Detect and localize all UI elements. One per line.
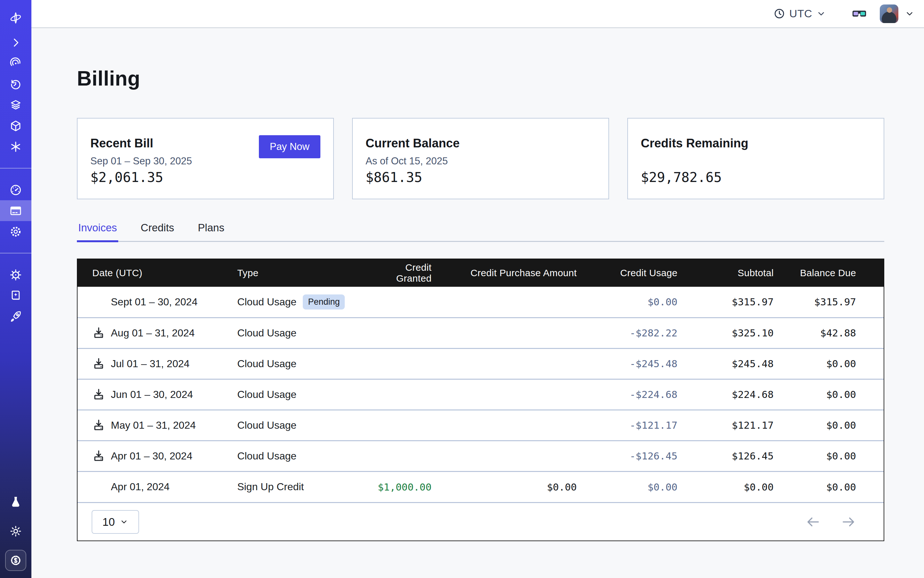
invoice-date: Jul 01 – 31, 2024 xyxy=(111,358,190,370)
page-size-value: 10 xyxy=(102,516,115,528)
page-title: Billing xyxy=(77,67,884,90)
credit-granted-value: $1,000.00 xyxy=(378,481,432,493)
sidebar-item-billing[interactable] xyxy=(0,200,31,221)
download-invoice-button[interactable] xyxy=(92,419,105,432)
credit-purchase-value xyxy=(439,379,585,410)
subtotal-value: $0.00 xyxy=(685,471,781,502)
sidebar-item-history[interactable] xyxy=(0,74,31,94)
sidebar-item-settings[interactable] xyxy=(0,221,31,242)
current-balance-card: Current Balance As of Oct 15, 2025 $861.… xyxy=(352,118,609,199)
credit-usage-value: -$245.48 xyxy=(630,358,677,369)
orbit-logo-icon xyxy=(9,11,22,24)
previous-page-button[interactable] xyxy=(805,514,821,529)
next-page-button[interactable] xyxy=(841,514,856,529)
invoice-type: Cloud Usage xyxy=(237,327,296,339)
invoice-date: Aug 01 – 31, 2024 xyxy=(111,327,195,339)
invoice-row: Sept 01 – 30, 2024 Cloud UsagePending $0… xyxy=(78,287,883,318)
sidebar-item-docs[interactable] xyxy=(0,285,31,306)
credit-purchase-value xyxy=(439,318,585,348)
invoice-type: Cloud Usage xyxy=(237,358,296,369)
sidebar-item-containers[interactable] xyxy=(0,115,31,136)
dollar-badge-icon xyxy=(9,554,22,567)
col-credit-usage: Credit Usage xyxy=(585,259,685,287)
recent-bill-amount: $2,061.35 xyxy=(90,169,163,185)
download-icon xyxy=(92,450,105,462)
asterisk-icon xyxy=(9,140,22,153)
credit-granted-value xyxy=(375,440,439,471)
balance-due-value: $315.97 xyxy=(781,287,883,318)
invoice-row: Apr 01 – 30, 2024 Cloud Usage -$126.45 $… xyxy=(78,440,883,471)
balance-due-value: $42.88 xyxy=(781,318,883,348)
subtotal-value: $126.45 xyxy=(685,440,781,471)
radar-icon xyxy=(9,57,22,70)
invoice-row: Jul 01 – 31, 2024 Cloud Usage -$245.48 $… xyxy=(78,348,883,379)
page-size-select[interactable]: 10 xyxy=(92,510,139,534)
invoice-row: Aug 01 – 31, 2024 Cloud Usage -$282.22 $… xyxy=(78,318,883,348)
timer-icon xyxy=(9,78,22,91)
app-logo[interactable] xyxy=(0,0,31,32)
download-invoice-button[interactable] xyxy=(92,450,105,462)
col-balance-due: Balance Due xyxy=(781,259,883,287)
sidebar-item-labs[interactable] xyxy=(5,492,26,512)
tab-plans[interactable]: Plans xyxy=(197,222,226,242)
subtotal-value: $224.68 xyxy=(685,379,781,410)
invoice-type: Sign Up Credit xyxy=(237,481,304,492)
tab-invoices[interactable]: Invoices xyxy=(77,222,118,242)
sidebar-item-getting-started[interactable] xyxy=(0,306,31,327)
col-subtotal: Subtotal xyxy=(685,259,781,287)
credit-usage-value: $0.00 xyxy=(648,481,677,493)
invoice-row: Apr 01, 2024 Sign Up Credit $1,000.00 $0… xyxy=(78,471,883,502)
credit-granted-value xyxy=(375,318,439,348)
invoice-row: May 01 – 31, 2024 Cloud Usage -$121.17 $… xyxy=(78,410,883,440)
recent-bill-card: Recent Bill Sep 01 – Sep 30, 2025 $2,061… xyxy=(77,118,334,199)
download-invoice-button[interactable] xyxy=(92,357,105,370)
invoice-type: Cloud Usage xyxy=(237,419,296,431)
chevron-right-icon xyxy=(9,36,22,49)
download-icon xyxy=(92,419,105,432)
sidebar-item-expand[interactable] xyxy=(0,32,31,53)
chevron-down-icon xyxy=(816,9,826,19)
gauge-icon xyxy=(9,183,22,196)
credit-purchase-value xyxy=(439,440,585,471)
sidebar-item-usage[interactable] xyxy=(0,179,31,200)
pending-status-badge: Pending xyxy=(303,294,345,310)
sidebar-item-theme-toggle[interactable] xyxy=(5,521,26,541)
arrow-right-icon xyxy=(841,514,856,529)
col-date: Date (UTC) xyxy=(78,259,237,287)
docs-book-icon xyxy=(9,289,22,302)
col-credit-purchase-amount: Credit Purchase Amount xyxy=(439,259,585,287)
col-credit-granted: Credit Granted xyxy=(375,259,439,287)
credit-usage-value: -$224.68 xyxy=(630,389,677,400)
balance-as-of: As of Oct 15, 2025 xyxy=(365,155,596,167)
invoices-table: Date (UTC) Type Credit Granted Credit Pu… xyxy=(77,258,884,541)
download-invoice-button[interactable] xyxy=(92,326,105,339)
3d-glasses-icon[interactable] xyxy=(851,7,867,20)
credit-usage-value: -$282.22 xyxy=(630,327,677,339)
account-chevron-down-icon[interactable] xyxy=(905,9,914,19)
credit-granted-value xyxy=(375,287,439,318)
flask-icon xyxy=(9,496,22,508)
rocket-icon xyxy=(9,310,22,323)
sidebar-item-kubernetes[interactable] xyxy=(0,264,31,285)
sidebar-item-credits[interactable] xyxy=(5,550,26,571)
download-icon xyxy=(92,326,105,339)
invoice-date: Apr 01, 2024 xyxy=(111,481,169,493)
pay-now-button[interactable]: Pay Now xyxy=(259,135,320,158)
balance-due-value: $0.00 xyxy=(781,440,883,471)
sidebar-divider xyxy=(0,253,31,253)
chevron-down-icon xyxy=(120,518,128,526)
billing-card-icon xyxy=(9,205,22,217)
sidebar-item-observe[interactable] xyxy=(0,53,31,74)
clock-icon xyxy=(773,8,785,19)
download-icon xyxy=(92,388,105,401)
timezone-selector[interactable]: UTC xyxy=(773,7,826,20)
sidebar-item-stacks[interactable] xyxy=(0,94,31,115)
sidebar-item-services[interactable] xyxy=(0,136,31,157)
sun-icon xyxy=(9,525,22,537)
tab-credits[interactable]: Credits xyxy=(140,222,175,242)
subtotal-value: $315.97 xyxy=(685,287,781,318)
balance-due-value: $0.00 xyxy=(781,471,883,502)
card-title: Credits Remaining xyxy=(641,136,871,150)
download-invoice-button[interactable] xyxy=(92,388,105,401)
avatar[interactable] xyxy=(880,5,898,23)
